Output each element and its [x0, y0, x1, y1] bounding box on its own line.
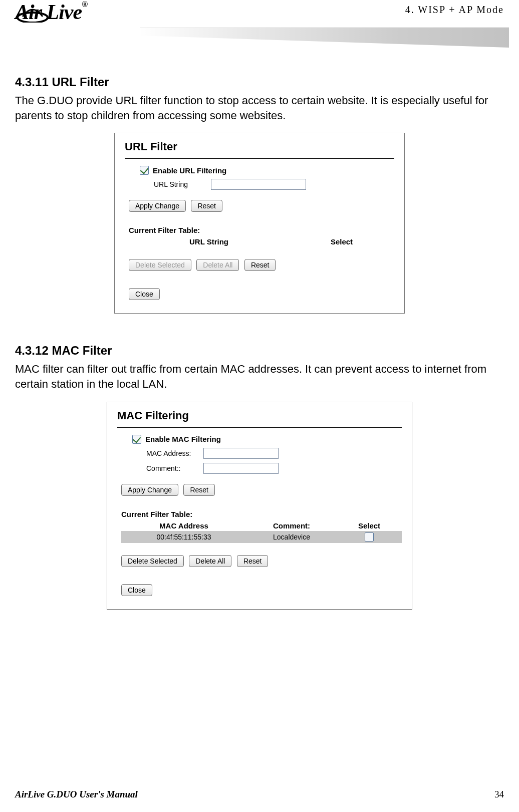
col-url-string: URL String: [129, 237, 289, 246]
brand-logo: Air Live®: [15, 0, 87, 24]
cell-mac: 00:4f:55:11:55:33: [121, 533, 246, 541]
url-filter-panel: URL Filter Enable URL Filtering URL Stri…: [114, 133, 405, 314]
section-heading-mac-filter: 4.3.12 MAC Filter: [15, 344, 504, 358]
col-mac-address: MAC Address: [121, 521, 246, 530]
url-string-input[interactable]: [211, 179, 306, 190]
panel-title-url-filter: URL Filter: [115, 133, 404, 155]
enable-mac-filtering-checkbox[interactable]: [132, 435, 141, 444]
mac-address-label: MAC Address:: [146, 449, 201, 457]
divider: [117, 427, 402, 428]
header-gradient-swoosh-icon: [140, 28, 509, 48]
delete-selected-button[interactable]: Delete Selected: [129, 259, 191, 271]
reset-table-button[interactable]: Reset: [237, 555, 269, 567]
enable-url-filtering-checkbox[interactable]: [140, 166, 149, 175]
table-row: 00:4f:55:11:55:33 Localdevice: [121, 531, 402, 543]
delete-all-button[interactable]: Delete All: [196, 259, 239, 271]
close-button[interactable]: Close: [121, 584, 152, 596]
section-text-url-filter: The G.DUO provide URL filter function to…: [15, 93, 504, 123]
apply-change-button[interactable]: Apply Change: [129, 200, 186, 212]
logo-registered: ®: [82, 0, 87, 9]
section-text-mac-filter: MAC filter can filter out traffic from c…: [15, 362, 504, 391]
col-select: Select: [289, 237, 394, 246]
current-filter-table-heading: Current Filter Table:: [115, 219, 404, 236]
mac-filter-panel: MAC Filtering Enable MAC Filtering MAC A…: [107, 402, 412, 610]
enable-url-filtering-label: Enable URL Filtering: [153, 166, 226, 175]
logo-text: Air Live: [15, 1, 82, 24]
apply-change-button[interactable]: Apply Change: [121, 484, 178, 496]
url-string-label: URL String: [154, 180, 209, 188]
comment-input[interactable]: [203, 463, 279, 474]
url-filter-table: URL String Select: [129, 236, 394, 247]
mac-filter-table: MAC Address Comment: Select 00:4f:55:11:…: [121, 520, 402, 543]
manual-title: AirLive G.DUO User's Manual: [15, 789, 138, 800]
cell-comment: Localdevice: [246, 533, 337, 541]
page-header: Air Live® 4. WISP + AP Mode: [0, 0, 519, 55]
chapter-breadcrumb: 4. WISP + AP Mode: [405, 4, 504, 16]
current-filter-table-heading: Current Filter Table:: [107, 503, 412, 520]
enable-mac-filtering-label: Enable MAC Filtering: [145, 435, 221, 443]
col-comment: Comment:: [246, 521, 337, 530]
row-select-checkbox[interactable]: [365, 532, 374, 542]
page-footer: AirLive G.DUO User's Manual 34: [15, 789, 504, 800]
page-number: 34: [494, 789, 504, 800]
reset-button[interactable]: Reset: [191, 200, 222, 212]
cell-select: [337, 532, 402, 542]
delete-selected-button[interactable]: Delete Selected: [121, 555, 184, 567]
mac-address-input[interactable]: [203, 448, 279, 459]
divider: [125, 158, 394, 159]
panel-title-mac-filtering: MAC Filtering: [107, 402, 412, 424]
delete-all-button[interactable]: Delete All: [189, 555, 231, 567]
reset-table-button[interactable]: Reset: [244, 259, 276, 271]
col-select: Select: [337, 521, 402, 530]
reset-button[interactable]: Reset: [183, 484, 215, 496]
comment-label: Comment::: [146, 464, 201, 472]
close-button[interactable]: Close: [129, 288, 160, 300]
section-heading-url-filter: 4.3.11 URL Filter: [15, 75, 504, 89]
